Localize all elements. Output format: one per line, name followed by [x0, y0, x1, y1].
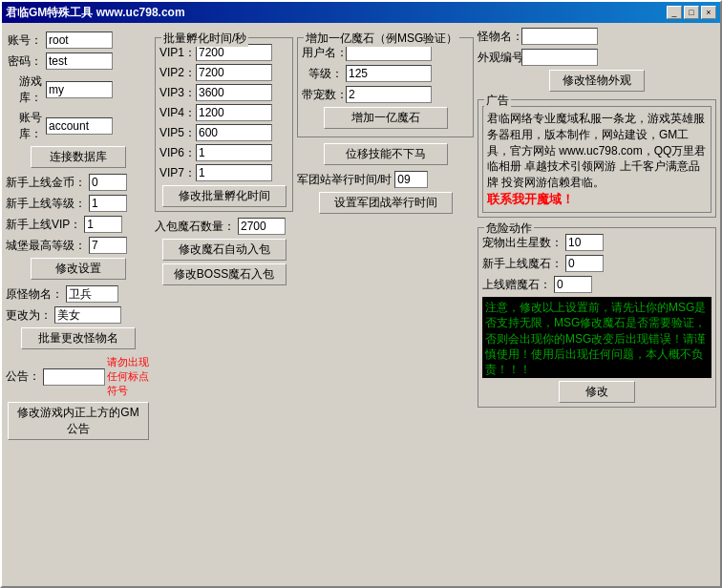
level-row: 等级：: [302, 65, 469, 82]
newbie-magic-input[interactable]: [565, 255, 604, 272]
warning-text: 注意，修改以上设置前，请先让你的MSG是否支持无限，MSG修改魔石是否需要验证，…: [485, 301, 706, 376]
pet-count-row: 带宠数：: [302, 86, 469, 103]
vip7-label: VIP7：: [159, 165, 196, 181]
modify-batch-hatch-button[interactable]: 修改批量孵化时间: [162, 185, 287, 207]
modify-appearance-button[interactable]: 修改怪物外观: [549, 70, 645, 92]
move-skill-button[interactable]: 位移技能不下马: [324, 143, 448, 165]
castle-max-input[interactable]: [89, 237, 127, 254]
set-military-button[interactable]: 设置军团战举行时间: [319, 192, 453, 214]
username-label: 用户名：: [302, 45, 346, 61]
titlebar: 君临GM特殊工具 www.uc798.com _ □ ×: [2, 2, 720, 23]
newbie-magic-row: 新手上线魔石：: [482, 255, 711, 272]
modify-magic-auto-button[interactable]: 修改魔石自动入包: [162, 239, 287, 261]
modify-ad-button[interactable]: 修改游戏内正上方的GM公告: [8, 402, 149, 440]
vip5-label: VIP5：: [159, 125, 196, 141]
minimize-button[interactable]: _: [667, 6, 682, 19]
newbie-gold-input[interactable]: [89, 174, 127, 191]
password-label: 密码：: [6, 53, 46, 70]
addmagic-title: 增加一亿魔石（例MSG验证）: [304, 31, 459, 47]
military-section: 军团站举行时间/时 设置军团战举行时间: [297, 171, 474, 214]
pet-count-input[interactable]: [346, 86, 432, 103]
newbie-gold-label: 新手上线金币：: [6, 175, 89, 191]
vip5-input[interactable]: [196, 124, 272, 141]
account-row: 账号：: [6, 32, 151, 49]
account-label: 账号：: [6, 32, 46, 49]
newbie-vip-input[interactable]: [84, 216, 122, 233]
newbie-level-row: 新手上线等级：: [6, 195, 151, 212]
vip4-row: VIP4：: [159, 104, 288, 121]
castle-max-label: 城堡最高等级：: [6, 238, 89, 254]
addmagic-panel: 增加一亿魔石（例MSG验证） 用户名： 等级： 带宠数： 增加一亿魔石: [297, 28, 474, 581]
vip4-label: VIP4：: [159, 105, 196, 121]
change-to-input[interactable]: [54, 306, 121, 324]
gamedb-input[interactable]: [46, 81, 113, 98]
danger-group: 危险动作 宠物出生星数： 新手上线魔石： 上线赠魔石： 注意，修改以上设置前，请…: [478, 227, 716, 408]
password-input[interactable]: [46, 52, 113, 70]
vip2-label: VIP2：: [159, 65, 196, 81]
appearance-input[interactable]: [521, 49, 598, 66]
newbie-level-input[interactable]: [89, 195, 127, 212]
ad-group: 广告 君临网络专业魔域私服一条龙，游戏英雄服务器租用，版本制作，网站建设，GM工…: [478, 99, 716, 218]
vip6-input[interactable]: [196, 144, 272, 161]
vip3-input[interactable]: [196, 84, 272, 101]
monster-name-label: 怪物名：: [478, 29, 521, 45]
vip3-row: VIP3：: [159, 84, 288, 101]
military-label: 军团站举行时间/时: [297, 172, 394, 188]
vip2-input[interactable]: [196, 64, 272, 81]
military-input[interactable]: [394, 171, 428, 188]
modify-settings-button[interactable]: 修改设置: [31, 258, 126, 280]
connect-db-button[interactable]: 连接数据库: [31, 146, 126, 168]
danger-title: 危险动作: [484, 220, 534, 237]
vip6-row: VIP6：: [159, 144, 288, 161]
main-window: 君临GM特殊工具 www.uc798.com _ □ × 账号： 密码： 游戏库…: [0, 0, 722, 588]
warning-text-box: 注意，修改以上设置前，请先让你的MSG是否支持无限，MSG修改魔石是否需要验证，…: [482, 297, 711, 378]
addmagic-group: 增加一亿魔石（例MSG验证） 用户名： 等级： 带宠数： 增加一亿魔石: [297, 37, 474, 137]
vip5-row: VIP5：: [159, 124, 288, 141]
account-input[interactable]: [46, 32, 113, 49]
vip1-label: VIP1：: [159, 45, 196, 61]
login-magic-input[interactable]: [554, 276, 592, 293]
original-monster-row: 原怪物名：: [6, 285, 151, 303]
monster-name-row: 怪物名：: [478, 28, 716, 45]
window-title: 君临GM特殊工具 www.uc798.com: [6, 5, 185, 21]
pet-star-input[interactable]: [565, 234, 604, 251]
newbie-gold-row: 新手上线金币：: [6, 174, 151, 191]
castle-max-row: 城堡最高等级：: [6, 237, 151, 254]
accountdb-input[interactable]: [46, 117, 113, 135]
bag-magic-input[interactable]: [238, 218, 286, 235]
change-to-row: 更改为：: [6, 306, 151, 324]
vip7-row: VIP7：: [159, 164, 288, 181]
level-label: 等级：: [302, 66, 346, 82]
pet-star-label: 宠物出生星数：: [482, 235, 565, 251]
announcement-hint: 请勿出现任何标点符号: [107, 355, 151, 398]
window-controls: _ □ ×: [667, 6, 716, 19]
close-button[interactable]: ×: [701, 6, 716, 19]
batch-hatch-title: 批量孵化时间/秒: [161, 31, 248, 47]
appearance-label: 外观编号：: [478, 50, 521, 66]
vip4-input[interactable]: [196, 104, 272, 121]
left-panel: 账号： 密码： 游戏库： 账号库： 连接数据库 新手上线金币：: [6, 28, 151, 581]
monster-appearance-section: 怪物名： 外观编号： 修改怪物外观: [478, 28, 716, 92]
accountdb-row: 账号库：: [6, 110, 151, 142]
batch-hatch-group: 批量孵化时间/秒 VIP1： VIP2： VIP3： VIP4：: [155, 37, 293, 212]
add-magic-button[interactable]: 增加一亿魔石: [324, 107, 448, 129]
monster-name-input[interactable]: [521, 28, 598, 45]
middle-panel: 批量孵化时间/秒 VIP1： VIP2： VIP3： VIP4：: [155, 28, 293, 581]
modify-boss-magic-button[interactable]: 修改BOSS魔石入包: [162, 263, 287, 285]
ad-link[interactable]: 联系我开魔域！: [487, 192, 574, 206]
ad-title: 广告: [484, 93, 511, 109]
level-input[interactable]: [346, 65, 432, 82]
announcement-input[interactable]: [43, 368, 105, 386]
right-panel: 怪物名： 外观编号： 修改怪物外观 广告 君临网络专业魔域私服一条龙，游戏英雄服…: [478, 28, 716, 581]
vip7-input[interactable]: [196, 164, 272, 181]
batch-rename-button[interactable]: 批量更改怪物名: [21, 327, 136, 349]
bag-magic-row: 入包魔石数量：: [155, 218, 293, 235]
original-monster-input[interactable]: [66, 285, 118, 303]
bag-magic-section: 入包魔石数量： 修改魔石自动入包 修改BOSS魔石入包: [155, 218, 293, 285]
accountdb-label: 账号库：: [6, 110, 46, 142]
modify-danger-button[interactable]: 修改: [559, 381, 635, 403]
vip6-label: VIP6：: [159, 145, 196, 161]
announcement-row: 公告： 请勿出现任何标点符号: [6, 355, 151, 398]
maximize-button[interactable]: □: [684, 6, 699, 19]
appearance-row: 外观编号：: [478, 49, 716, 66]
